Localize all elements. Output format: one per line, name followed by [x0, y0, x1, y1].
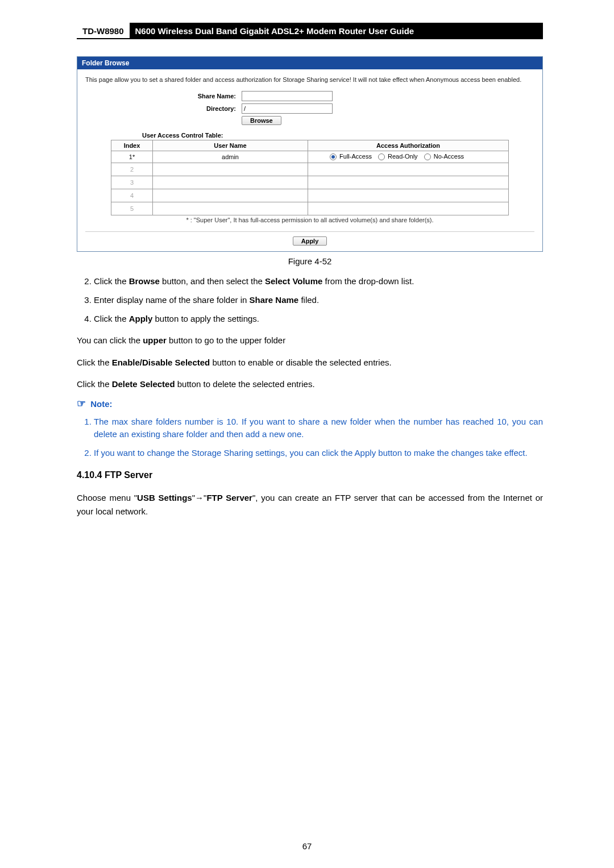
table-row: 5 — [111, 202, 509, 215]
share-name-label: Share Name: — [85, 93, 242, 99]
directory-label: Directory: — [85, 105, 242, 112]
step-4: Click the Apply button to apply the sett… — [94, 312, 543, 325]
col-user: User Name — [153, 140, 308, 151]
para-delete: Click the Delete Selected button to dele… — [77, 377, 543, 391]
guide-title: N600 Wireless Dual Band Gigabit ADSL2+ M… — [130, 23, 543, 38]
table-row: 4 — [111, 189, 509, 202]
uac-table-title: User Access Control Table: — [142, 132, 534, 139]
note-header: ☞ Note: — [77, 396, 543, 412]
radio-no-access[interactable] — [424, 153, 431, 160]
table-row: 3 — [111, 176, 509, 189]
pointer-icon: ☞ — [77, 398, 86, 409]
step-2: Click the Browse button, and then select… — [94, 275, 543, 288]
para-upper: You can click the upper button to go to … — [77, 334, 543, 347]
row-user: admin — [153, 151, 308, 163]
title-bar: TD-W8980 N600 Wireless Dual Band Gigabit… — [77, 23, 543, 39]
radio-full-access[interactable] — [330, 153, 337, 160]
section-heading: 4.10.4 FTP Server — [77, 468, 543, 483]
apply-button[interactable]: Apply — [293, 236, 327, 246]
ftp-paragraph: Choose menu "USB Settings"→"FTP Server",… — [77, 491, 543, 518]
folder-browse-screenshot: Folder Browse This page allow you to set… — [77, 56, 543, 252]
note-item-2: If you want to change the Storage Sharin… — [94, 447, 543, 460]
panel-description: This page allow you to set a shared fold… — [85, 76, 534, 83]
row-index: 1* — [111, 151, 153, 163]
step-3: Enter display name of the share folder i… — [94, 293, 543, 306]
table-row: 2 — [111, 163, 509, 176]
radio-full-label: Full-Access — [339, 153, 372, 160]
para-enable-disable: Click the Enable/Disable Selected button… — [77, 356, 543, 369]
radio-read-only[interactable] — [378, 153, 385, 160]
uac-table: Index User Name Access Authorization 1* … — [111, 140, 509, 215]
table-footnote: * : "Super User", It has full-access per… — [85, 217, 534, 223]
radio-no-label: No-Access — [434, 153, 464, 160]
table-row: 1* admin Full-Access Read-Only No-Access — [111, 151, 509, 163]
directory-input[interactable] — [242, 103, 333, 114]
model-number: TD-W8980 — [77, 23, 130, 38]
share-name-input[interactable] — [242, 91, 333, 101]
page-number: 67 — [0, 841, 614, 851]
figure-label: Figure 4-52 — [77, 256, 543, 266]
note-item-1: The max share folders number is 10. If y… — [94, 416, 543, 441]
panel-header: Folder Browse — [77, 57, 542, 69]
col-index: Index — [111, 140, 153, 151]
col-auth: Access Authorization — [308, 140, 509, 151]
radio-read-label: Read-Only — [388, 153, 418, 160]
browse-button[interactable]: Browse — [242, 116, 281, 125]
